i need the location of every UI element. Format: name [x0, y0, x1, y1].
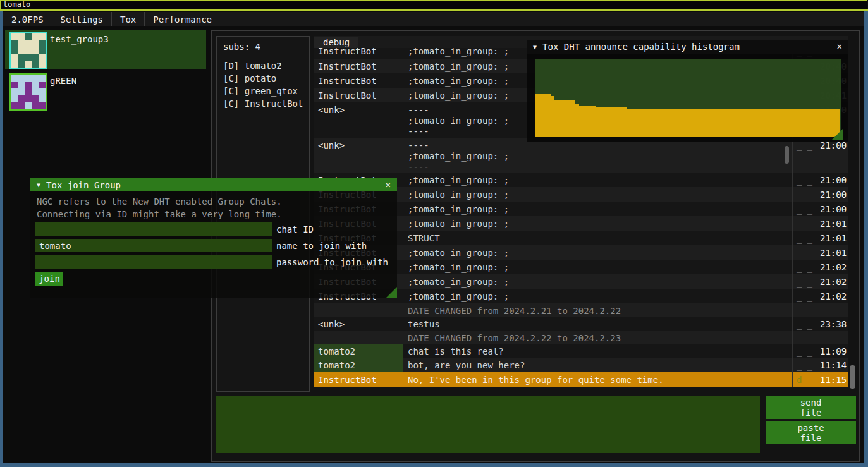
chat-row-author	[314, 331, 403, 344]
chat-row[interactable]: <unk>----;tomato_in_group: ;----__21:00	[314, 138, 848, 173]
chat-row-author: InstructBot	[314, 73, 403, 88]
join-field-row: tomatoname to join with	[35, 239, 388, 252]
chat-row-author	[314, 303, 403, 317]
histogram-window: ▼ Tox DHT announce capability histogram …	[527, 40, 848, 142]
avatar-pixel	[32, 88, 39, 95]
avatar-pixel	[18, 102, 25, 109]
group-name: gREEN	[50, 76, 76, 86]
chat-row[interactable]: InstructBotNo, I've been in this group f…	[314, 372, 848, 387]
title-bar: tomato	[0, 0, 867, 9]
flag-none: _	[797, 248, 802, 258]
chat-row-flags: __	[792, 344, 817, 358]
join-field-input-1[interactable]: tomato	[35, 239, 272, 252]
chat-row-flags: __	[792, 173, 817, 187]
subs-item-d-tomato2[interactable]: [D] tomato2	[223, 59, 309, 72]
message-input[interactable]	[216, 396, 760, 453]
message-scrollbar-thumb[interactable]	[785, 146, 789, 164]
flag-none: _	[807, 219, 812, 229]
send-file-button[interactable]: send file	[766, 396, 856, 419]
menu-item-performance[interactable]: Performance	[145, 12, 220, 26]
flag-d: d	[797, 375, 802, 385]
chat-row-message: STRUCT	[403, 231, 792, 245]
avatar-pixel	[39, 47, 46, 54]
chat-row[interactable]: tomato2bot, are you new here?__11:14	[314, 358, 848, 372]
group-item-test-group3[interactable]: test_group3	[5, 30, 206, 69]
avatar-pixel	[18, 61, 25, 68]
window-border-bottom	[0, 463, 868, 467]
subs-list: [D] tomato2[C] potato[C] green_qtox[C] I…	[217, 56, 309, 110]
flag-none: _	[807, 277, 812, 287]
chat-row[interactable]: tomato2chat is this real?__11:09	[314, 344, 848, 358]
avatar-pixel	[32, 47, 39, 54]
join-button[interactable]: join	[35, 272, 63, 286]
tab-debug[interactable]: debug	[314, 37, 358, 49]
chat-row-message: ----;tomato_in_group: ;----	[403, 138, 792, 173]
avatar-pixel	[32, 33, 39, 40]
group-avatar	[9, 32, 47, 69]
chat-row-flags: __	[792, 317, 817, 331]
join-field-input-0[interactable]	[35, 222, 272, 236]
chat-row-message: ;tomato_in_group: ;	[403, 245, 792, 260]
avatar-pixel	[18, 47, 25, 54]
flag-none: _	[807, 262, 812, 272]
avatar-pixel	[11, 47, 18, 54]
flag-none: _	[807, 175, 812, 185]
avatar-pixel	[25, 47, 32, 54]
menu-item-settings[interactable]: Settings	[52, 12, 111, 26]
avatar-pixel	[32, 95, 39, 102]
resize-grip[interactable]	[832, 128, 843, 140]
join-field-input-2[interactable]	[35, 255, 272, 269]
group-item-green[interactable]: gREEN	[5, 71, 206, 111]
avatar-pixel	[39, 61, 46, 68]
chat-row-author: <unk>	[314, 102, 403, 138]
flag-none: _	[797, 190, 802, 200]
histogram-bar	[627, 109, 840, 137]
paste-file-button[interactable]: paste file	[766, 421, 856, 444]
accent-border-top	[0, 9, 868, 11]
join-field-row: password to join with	[35, 255, 388, 269]
avatar-pixel	[32, 40, 39, 47]
subs-item-c-instructbot[interactable]: [C] InstructBot	[223, 97, 309, 110]
chat-scrollbar-thumb[interactable]	[850, 365, 855, 389]
flag-none: _	[807, 204, 812, 214]
subs-header: subs: 4	[217, 37, 309, 52]
avatar-pixel	[11, 95, 18, 102]
join-window: ▼ Tox join Group ✕ NGC refers to the New…	[30, 178, 397, 298]
avatar-pixel	[32, 54, 39, 61]
flag-none: _	[807, 360, 812, 370]
chat-row-timestamp: 21:02	[817, 274, 848, 289]
chat-row-timestamp: 21:02	[817, 260, 848, 274]
join-info-line: Connecting via ID might take a very long…	[37, 209, 282, 219]
join-field-label: password to join with	[276, 255, 388, 269]
chat-row-flags: __	[792, 216, 817, 231]
subs-item-c-potato[interactable]: [C] potato	[223, 72, 309, 85]
window-border-left	[0, 11, 3, 463]
chat-row-message: chat is this real?	[403, 344, 792, 358]
chat-row-author: InstructBot	[314, 88, 403, 102]
avatar-pixel	[11, 82, 18, 88]
avatar-pixel	[18, 95, 25, 102]
chat-row[interactable]: <unk>testus__23:38	[314, 317, 848, 331]
avatar-pixel	[11, 102, 18, 109]
chat-row-author: tomato2	[314, 358, 403, 372]
close-icon[interactable]: ✕	[837, 41, 842, 51]
subs-item-c-green-qtox[interactable]: [C] green_qtox	[223, 85, 309, 97]
histogram-bar	[554, 100, 575, 137]
menu-item-tox[interactable]: Tox	[112, 12, 144, 26]
chat-row-flags: __	[792, 358, 817, 372]
chat-row[interactable]: DATE CHANGED from 2024.2.21 to 2024.2.22	[314, 303, 848, 317]
avatar-pixel	[39, 54, 46, 61]
avatar-pixel	[18, 54, 25, 61]
avatar-pixel	[25, 33, 32, 40]
collapse-arrow-icon[interactable]: ▼	[37, 181, 40, 188]
group-list: test_group3gREEN	[5, 30, 206, 113]
avatar-pixel	[32, 61, 39, 68]
collapse-arrow-icon[interactable]: ▼	[533, 44, 537, 51]
join-titlebar[interactable]: ▼ Tox join Group ✕	[30, 178, 397, 191]
chat-row-timestamp: 21:01	[817, 245, 848, 260]
close-icon[interactable]: ✕	[386, 179, 391, 190]
chat-row[interactable]: DATE CHANGED from 2024.2.22 to 2024.2.23	[314, 331, 848, 344]
resize-grip[interactable]	[386, 287, 397, 298]
histogram-titlebar[interactable]: ▼ Tox DHT announce capability histogram …	[527, 40, 848, 54]
chat-row-timestamp: 21:00	[817, 202, 848, 216]
